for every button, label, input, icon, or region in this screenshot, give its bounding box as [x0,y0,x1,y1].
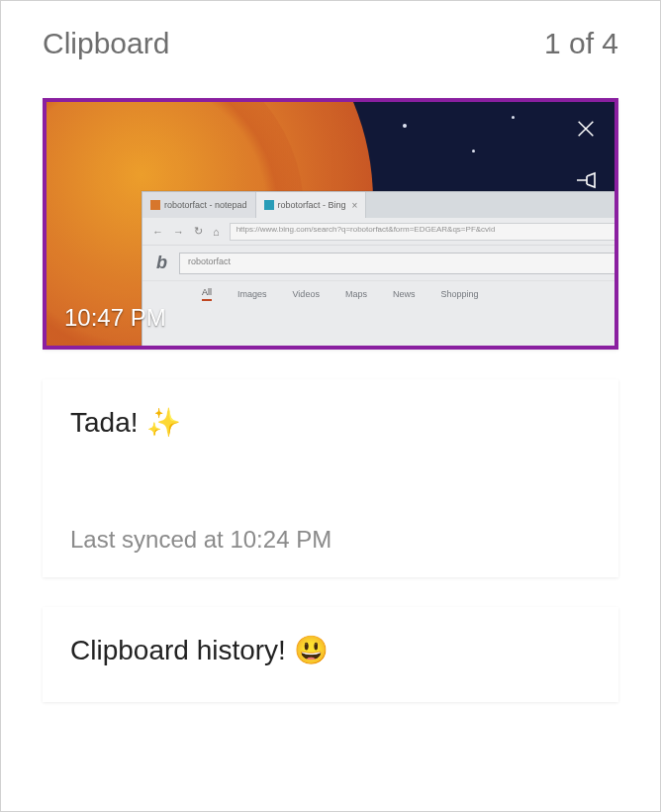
close-icon [575,118,597,140]
sync-status: Last synced at 10:24 PM [70,457,591,554]
clipboard-text-content: Tada! ✨ [70,407,591,439]
panel-header: Clipboard 1 of 4 [1,1,660,70]
browser-window-preview: robotorfact - notepad robotorfact - Bing… [142,191,618,350]
grinning-emoji: 😃 [294,637,329,664]
item-actions [571,114,601,195]
clipboard-panel: Clipboard 1 of 4 robotorfact - notepad r… [1,1,660,811]
item-timestamp: 10:47 PM [64,304,166,332]
sparkles-emoji: ✨ [146,409,181,437]
pin-icon [574,168,598,192]
clipboard-text-content: Clipboard history! 😃 [70,635,591,666]
clipboard-item-text[interactable]: Tada! ✨ Last synced at 10:24 PM [43,379,618,577]
clipboard-item-image[interactable]: robotorfact - notepad robotorfact - Bing… [43,98,618,350]
clipboard-item-text[interactable]: Clipboard history! 😃 [43,607,618,702]
clipboard-list[interactable]: robotorfact - notepad robotorfact - Bing… [1,70,660,811]
delete-item-button[interactable] [571,114,601,144]
panel-title: Clipboard [43,27,169,60]
pin-item-button[interactable] [571,165,601,195]
item-position: 1 of 4 [544,27,618,60]
